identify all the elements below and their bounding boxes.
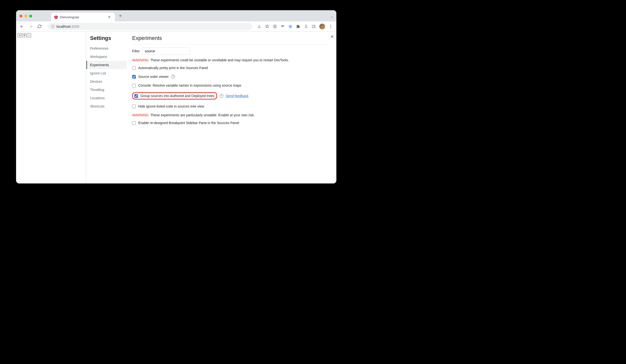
browser-tab[interactable]: DemoAngular ✕ — [51, 13, 115, 21]
experiment-label: Source order viewer — [138, 75, 169, 79]
profile-avatar[interactable] — [319, 24, 325, 30]
counter-input[interactable] — [22, 33, 26, 37]
close-icon[interactable]: ✕ — [330, 34, 334, 39]
sidebar-item-workspace[interactable]: Workspace — [86, 53, 127, 61]
menu-icon[interactable] — [329, 24, 333, 29]
experiment-label: Automatically pretty print in the Source… — [138, 66, 208, 70]
extension-icon-3[interactable] — [288, 24, 293, 29]
extension-icon-2[interactable] — [280, 24, 285, 29]
svg-point-4 — [275, 26, 275, 26]
bookmark-icon[interactable] — [265, 24, 269, 29]
send-feedback-link[interactable]: Send feedback — [226, 94, 248, 98]
source-order-checkbox[interactable] — [132, 75, 136, 79]
share-icon[interactable] — [257, 24, 261, 29]
warning-text-2: WARNING: These experiments are particula… — [132, 113, 331, 117]
svg-point-12 — [330, 26, 331, 27]
labs-icon[interactable] — [304, 24, 308, 29]
experiment-hide-ignored: Hide ignore-listed code in sources tree … — [132, 104, 331, 108]
experiment-group-sources-row: Group sources into Authored and Deployed… — [132, 92, 331, 100]
svg-point-11 — [330, 25, 331, 25]
extensions-icon[interactable] — [296, 24, 300, 29]
devtools-settings: ✕ Settings Preferences Workspace Experim… — [86, 32, 336, 183]
hide-ignored-checkbox[interactable] — [132, 105, 136, 108]
sidebar-item-devices[interactable]: Devices — [86, 77, 127, 86]
content-area: + - ✕ Settings Preferences Workspace Exp… — [16, 32, 336, 183]
highlighted-experiment: Group sources into Authored and Deployed… — [132, 92, 217, 100]
address-bar[interactable]: ⓘ localhost:4200 — [48, 23, 252, 30]
experiment-console-sourcemaps: Console: Resolve variable names in expre… — [132, 83, 331, 87]
svg-point-3 — [274, 26, 274, 26]
toolbar-actions — [257, 24, 334, 30]
svg-point-8 — [290, 26, 291, 27]
group-sources-checkbox[interactable] — [134, 94, 138, 98]
svg-point-5 — [281, 25, 283, 27]
sidebar-item-ignore-list[interactable]: Ignore List — [86, 69, 127, 77]
tab-close-icon[interactable]: ✕ — [107, 15, 112, 19]
help-icon[interactable]: ? — [220, 94, 223, 98]
forward-button[interactable] — [27, 23, 34, 30]
sidebar-item-locations[interactable]: Locations — [86, 94, 127, 102]
new-tab-button[interactable]: + — [119, 13, 122, 19]
window-maximize-button[interactable] — [29, 15, 32, 18]
sidebar-item-experiments[interactable]: Experiments — [86, 61, 127, 69]
sidebar-item-preferences[interactable]: Preferences — [86, 44, 127, 53]
decrement-button[interactable]: - — [27, 33, 31, 37]
back-button[interactable] — [18, 23, 25, 30]
filter-label: Filter — [132, 49, 140, 53]
window-minimize-button[interactable] — [24, 15, 27, 18]
increment-button[interactable]: + — [18, 33, 22, 37]
experiment-pretty-print: Automatically pretty print in the Source… — [132, 66, 331, 70]
url-text: localhost:4200 — [56, 25, 79, 29]
svg-point-2 — [273, 25, 276, 28]
experiments-panel: Experiments Filter WARNING: These experi… — [127, 32, 336, 183]
console-sourcemaps-checkbox[interactable] — [132, 84, 136, 87]
app-page: + - — [16, 32, 86, 183]
panel-icon[interactable] — [312, 24, 316, 29]
window-close-button[interactable] — [19, 15, 22, 18]
site-info-icon[interactable]: ⓘ — [51, 24, 54, 29]
experiment-source-order: Source order viewer ? — [132, 75, 331, 79]
filter-row: Filter — [132, 47, 331, 55]
experiment-label: Console: Resolve variable names in expre… — [138, 83, 241, 87]
warning-text-1: WARNING: These experiments could be unst… — [132, 58, 331, 62]
help-icon[interactable]: ? — [171, 75, 175, 79]
experiments-heading: Experiments — [132, 35, 331, 44]
tab-title: DemoAngular — [60, 15, 105, 19]
reload-button[interactable] — [36, 23, 43, 30]
pretty-print-checkbox[interactable] — [132, 66, 136, 70]
experiment-breakpoint-sidebar: Enable re-designed Breakpoint Sidebar Pa… — [132, 121, 331, 125]
sidebar-item-throttling[interactable]: Throttling — [86, 86, 127, 94]
svg-rect-9 — [312, 25, 315, 28]
browser-window: DemoAngular ✕ + ⌄ ⓘ localhost:4200 — [16, 10, 336, 183]
filter-input[interactable] — [142, 47, 190, 55]
breakpoint-sidebar-checkbox[interactable] — [132, 121, 136, 125]
experiment-label: Enable re-designed Breakpoint Sidebar Pa… — [138, 121, 239, 125]
settings-heading: Settings — [86, 35, 127, 41]
experiment-label: Group sources into Authored and Deployed… — [140, 94, 214, 98]
tab-strip: DemoAngular ✕ + ⌄ — [16, 10, 336, 21]
svg-point-6 — [283, 25, 284, 27]
angular-icon — [54, 15, 58, 19]
browser-toolbar: ⓘ localhost:4200 — [16, 21, 336, 32]
experiment-label: Hide ignore-listed code in sources tree … — [138, 104, 204, 108]
svg-point-13 — [330, 28, 331, 28]
extension-icon-1[interactable] — [273, 24, 277, 29]
tabs-dropdown-icon[interactable]: ⌄ — [331, 14, 333, 18]
sidebar-item-shortcuts[interactable]: Shortcuts — [86, 102, 127, 110]
settings-sidebar: Settings Preferences Workspace Experimen… — [86, 32, 127, 183]
window-controls — [19, 15, 51, 21]
